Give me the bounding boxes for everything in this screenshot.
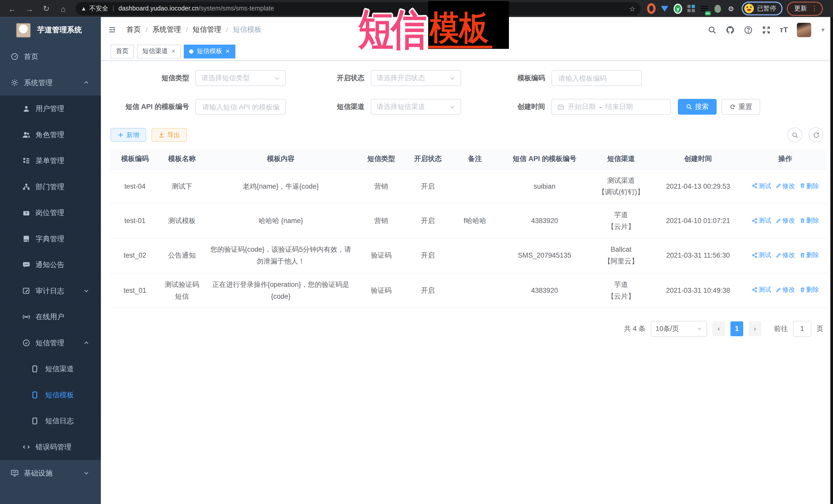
avatar[interactable] [797,23,811,37]
sidebar-item-audit-log[interactable]: 审计日志 [0,278,101,304]
sidebar-collapse-icon[interactable] [109,26,118,33]
sidebar-item-sms-mgmt[interactable]: 短信管理 [0,330,101,356]
sidebar-item-home[interactable]: 首页 [0,44,101,70]
page-1-button[interactable]: 1 [731,321,743,336]
extension-tadpole-icon[interactable] [714,4,722,13]
user-menu-caret-icon[interactable]: ▼ [820,27,826,33]
add-button-label: 新增 [126,130,139,140]
sidebar-item-sms-template[interactable]: 短信模板 [0,382,101,408]
delete-link[interactable]: 删除 [799,181,819,191]
search-icon[interactable] [707,25,716,34]
next-page-button[interactable]: › [748,321,761,336]
extension-gem-icon[interactable] [661,4,669,13]
sidebar-item-menu-mgmt[interactable]: 菜单管理 [0,148,101,174]
cell-content: 您的验证码{code}，该验证码5分钟内有效，请勿泄漏于他人！ [205,238,357,273]
api-template-id-input[interactable] [196,99,286,115]
edit-link[interactable]: 修改 [775,181,795,191]
home-icon[interactable]: ⌂ [58,4,68,13]
help-icon[interactable] [743,25,753,34]
close-icon[interactable]: ✕ [171,48,175,54]
sidebar-item-sms-channel[interactable]: 短信渠道 [0,356,101,382]
fullscreen-icon[interactable] [762,25,771,34]
edit-link[interactable]: 修改 [775,215,795,226]
sidebar-item-role-mgmt[interactable]: 角色管理 [0,122,101,148]
sidebar-item-dict-mgmt[interactable]: 字典管理 [0,226,101,252]
status-select[interactable]: 请选择开启状态 [371,70,461,86]
github-icon[interactable] [725,25,735,34]
test-link[interactable]: 测试 [752,181,771,191]
forward-icon[interactable]: → [24,4,34,13]
sidebar-item-notice[interactable]: 通知公告 [0,252,101,278]
sidebar-item-infrastructure[interactable]: 基础设施 [0,460,101,486]
bookmark-star-icon[interactable]: ☆ [629,5,635,13]
test-link[interactable]: 测试 [752,215,771,226]
breadcrumb-home[interactable]: 首页 [126,25,141,34]
browser-update-button[interactable]: 更新 ⋮ [787,1,823,16]
breadcrumb-sms[interactable]: 短信管理 [193,25,221,34]
refresh-table-button[interactable] [809,127,824,142]
cell-name: 测试验证码短信 [160,273,205,308]
add-button[interactable]: 新增 [111,128,146,142]
address-bar[interactable]: ▲ 不安全 | dashboard.yudao.iocoder.cn/syste… [75,2,641,15]
sidebar-logo-row[interactable]: 芋道管理系统 [0,17,101,44]
sidebar-item-error-code-mgmt[interactable]: 错误码管理 [0,434,101,460]
sms-type-select[interactable]: 请选择短信类型 [196,70,286,86]
extension-squares-icon[interactable] [687,4,695,13]
show-search-button[interactable] [787,127,802,142]
sidebar-item-label: 菜单管理 [35,156,64,165]
kebab-menu-icon[interactable]: ⋮ [811,5,817,12]
delete-link[interactable]: 删除 [799,284,819,295]
tab-sms-channel[interactable]: 短信渠道 ✕ [137,44,181,58]
extension-orange-icon[interactable] [647,4,656,13]
template-code-input[interactable] [551,70,642,86]
back-icon[interactable]: ← [7,4,17,13]
export-button[interactable]: 导出 [151,128,187,142]
date-range-picker[interactable]: 开始日期 - 结束日期 [551,99,671,115]
breadcrumb-system[interactable]: 系统管理 [152,25,181,34]
pen-icon [775,183,781,189]
sidebar-item-sms-log[interactable]: 短信日志 [0,408,101,434]
table-row: test_01 测试验证码短信 正在进行登录操作{operation}，您的验证… [111,273,827,308]
test-link[interactable]: 测试 [752,250,771,261]
update-label: 更新 [794,4,807,13]
url-path: /system/sms/sms-template [199,5,274,12]
test-link[interactable]: 测试 [752,284,771,295]
search-button[interactable]: 搜索 [678,99,717,115]
edit-link[interactable]: 修改 [775,284,795,295]
share-icon [752,183,757,189]
delete-link[interactable]: 删除 [799,250,819,261]
table-toolbar: 新增 导出 [111,127,824,142]
cell-remark: f哈哈哈 [450,204,499,238]
extension-y-icon[interactable]: y [673,4,682,13]
cell-content: 哈哈哈 {name} [205,204,357,238]
tab-sms-template[interactable]: 短信模板 ✕ [184,44,235,58]
sidebar-item-label: 岗位管理 [35,208,64,217]
delete-link[interactable]: 删除 [799,215,819,226]
tab-home[interactable]: 首页 [111,44,134,58]
sidebar-item-post-mgmt[interactable]: 岗位管理 [0,200,101,226]
font-size-icon[interactable]: тT [780,25,788,34]
extensions-puzzle-icon[interactable]: ⚙ [727,4,735,13]
reload-icon[interactable]: ↻ [42,4,51,13]
goto-page-field[interactable] [794,324,810,333]
api-template-id-field[interactable] [201,102,280,111]
sidebar-item-dept-mgmt[interactable]: 部门管理 [0,174,101,200]
prev-page-button[interactable]: ‹ [713,321,725,336]
window-scrollbar[interactable] [830,17,833,504]
goto-page-input[interactable] [793,321,811,337]
close-icon[interactable]: ✕ [225,48,230,54]
channel-select[interactable]: 请选择短信渠道 [371,99,461,115]
sidebar-item-user-mgmt[interactable]: 用户管理 [0,96,101,122]
cell-content: 老鸡{name}，牛逼{code} [205,169,357,204]
search-button-label: 搜索 [695,102,709,112]
sidebar-item-online-users[interactable]: 在线用户 [0,304,101,330]
reset-button[interactable]: 重置 [721,99,760,115]
extension-list-icon[interactable]: on [700,4,709,13]
page-content: 短信类型 请选择短信类型 开启状态 请选择开启状态 [101,61,833,504]
sidebar-item-system-mgmt[interactable]: 系统管理 [0,70,101,96]
browser-profile-button[interactable]: 已暂停 [742,2,783,16]
sidebar-item-label: 短信日志 [45,416,74,426]
edit-link[interactable]: 修改 [775,250,795,261]
page-size-select[interactable]: 10条/页 [651,321,707,337]
template-code-field[interactable] [557,74,636,82]
